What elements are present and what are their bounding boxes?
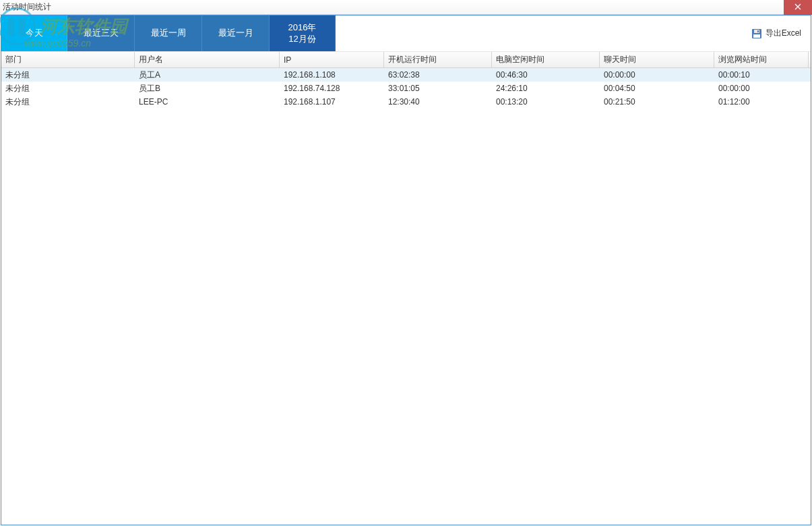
stats-table: 部门 用户名 IP 开机运行时间 电脑空闲时间 聊天时间 浏览网站时间 未分组员… bbox=[1, 52, 811, 109]
window-body: 河东软件园 www.pc0359.cn 今天 最近三天 最近一周 最近一月 20… bbox=[1, 15, 811, 525]
col-header-username[interactable]: 用户名 bbox=[135, 52, 280, 67]
col-header-boot-time[interactable]: 开机运行时间 bbox=[384, 52, 492, 67]
cell-boot_time: 12:30:40 bbox=[384, 95, 492, 109]
col-header-chat-time[interactable]: 聊天时间 bbox=[600, 52, 714, 67]
cell-boot_time: 33:01:05 bbox=[384, 82, 492, 95]
cell-idle_time: 00:13:20 bbox=[492, 95, 600, 109]
tab-recent-week[interactable]: 最近一周 bbox=[135, 16, 202, 51]
cell-browse_time: 01:12:00 bbox=[714, 95, 809, 109]
cell-department: 未分组 bbox=[1, 82, 135, 95]
table-row[interactable]: 未分组员工A192.168.1.10863:02:3800:46:3000:00… bbox=[1, 68, 811, 82]
window-title: 活动时间统计 bbox=[3, 1, 51, 13]
cell-idle_time: 24:26:10 bbox=[492, 82, 600, 95]
table-header: 部门 用户名 IP 开机运行时间 电脑空闲时间 聊天时间 浏览网站时间 bbox=[1, 52, 811, 68]
cell-ip: 192.168.1.108 bbox=[280, 68, 384, 82]
cell-ip: 192.168.74.128 bbox=[280, 82, 384, 95]
cell-browse_time: 00:00:10 bbox=[714, 68, 809, 82]
cell-chat_time: 00:04:50 bbox=[600, 82, 714, 95]
toolbar: 今天 最近三天 最近一周 最近一月 2016年 12月份 导出Excel bbox=[1, 16, 811, 52]
cell-idle_time: 00:46:30 bbox=[492, 68, 600, 82]
col-header-idle-time[interactable]: 电脑空闲时间 bbox=[492, 52, 600, 67]
col-header-browse-time[interactable]: 浏览网站时间 bbox=[714, 52, 809, 67]
cell-ip: 192.168.1.107 bbox=[280, 95, 384, 109]
close-button[interactable] bbox=[784, 0, 812, 15]
export-excel-button[interactable]: 导出Excel bbox=[742, 16, 811, 51]
save-disk-icon bbox=[751, 28, 762, 39]
svg-rect-3 bbox=[757, 30, 759, 32]
cell-department: 未分组 bbox=[1, 68, 135, 82]
titlebar: 活动时间统计 bbox=[0, 0, 812, 15]
export-excel-label: 导出Excel bbox=[766, 28, 801, 39]
table-row[interactable]: 未分组LEE-PC192.168.1.10712:30:4000:13:2000… bbox=[1, 95, 811, 109]
cell-boot_time: 63:02:38 bbox=[384, 68, 492, 82]
cell-username: 员工B bbox=[135, 82, 280, 95]
cell-username: LEE-PC bbox=[135, 95, 280, 109]
cell-browse_time: 00:00:00 bbox=[714, 82, 809, 95]
table-body: 未分组员工A192.168.1.10863:02:3800:46:3000:00… bbox=[1, 68, 811, 109]
cell-username: 员工A bbox=[135, 68, 280, 82]
cell-department: 未分组 bbox=[1, 95, 135, 109]
tab-custom-month[interactable]: 2016年 12月份 bbox=[270, 16, 336, 51]
close-icon bbox=[794, 3, 801, 12]
tab-recent-3-days[interactable]: 最近三天 bbox=[67, 16, 135, 51]
col-header-department[interactable]: 部门 bbox=[1, 52, 135, 67]
cell-chat_time: 00:00:00 bbox=[600, 68, 714, 82]
toolbar-spacer bbox=[336, 16, 742, 51]
cell-chat_time: 00:21:50 bbox=[600, 95, 714, 109]
table-row[interactable]: 未分组员工B192.168.74.12833:01:0524:26:1000:0… bbox=[1, 82, 811, 95]
tab-recent-month[interactable]: 最近一月 bbox=[202, 16, 270, 51]
col-header-ip[interactable]: IP bbox=[280, 52, 384, 67]
svg-rect-1 bbox=[753, 34, 760, 38]
tab-today[interactable]: 今天 bbox=[1, 16, 67, 51]
